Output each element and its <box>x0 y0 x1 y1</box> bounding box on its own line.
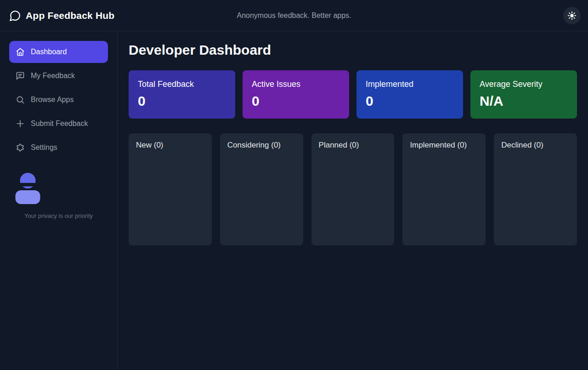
kanban-board: New (0) Considering (0) Planned (0) Impl… <box>129 133 577 245</box>
kanban-column-considering: Considering (0) <box>220 133 303 245</box>
plus-icon <box>16 119 25 128</box>
sidebar-item-submit-feedback[interactable]: Submit Feedback <box>9 113 108 135</box>
kanban-column-declined: Declined (0) <box>494 133 577 245</box>
app-header: App Feedback Hub Anonymous feedback. Bet… <box>0 0 588 31</box>
sidebar-item-label: Settings <box>31 143 57 152</box>
sidebar-item-label: My Feedback <box>31 72 75 80</box>
sidebar-nav: Dashboard My Feedback <box>0 41 117 159</box>
gear-icon <box>16 143 25 152</box>
kanban-column-title: Considering (0) <box>227 141 296 150</box>
anonymous-user-icon <box>15 171 40 204</box>
kanban-column-title: Implemented (0) <box>410 141 478 150</box>
theme-toggle-button[interactable] <box>563 7 581 24</box>
stat-card-active-issues: Active Issues 0 <box>243 70 349 119</box>
stat-value: 0 <box>366 93 454 109</box>
sidebar-item-settings[interactable]: Settings <box>9 137 108 159</box>
search-icon <box>16 95 25 104</box>
stat-card-total-feedback: Total Feedback 0 <box>129 70 235 119</box>
main-content: Developer Dashboard Total Feedback 0 Act… <box>118 31 588 370</box>
kanban-column-title: Declined (0) <box>501 141 570 150</box>
message-circle-icon <box>9 10 21 22</box>
sun-icon <box>567 11 577 20</box>
stat-card-average-severity: Average Severity N/A <box>470 70 577 119</box>
app-title: App Feedback Hub <box>26 10 114 21</box>
privacy-section: Your privacy is our priority <box>0 171 117 219</box>
header-tagline: Anonymous feedback. Better apps. <box>237 11 351 20</box>
stat-label: Average Severity <box>480 80 568 89</box>
kanban-column-planned: Planned (0) <box>311 133 395 245</box>
page-title: Developer Dashboard <box>129 42 577 58</box>
sidebar-item-label: Browse Apps <box>31 96 74 104</box>
stat-label: Implemented <box>366 80 454 89</box>
kanban-column-new: New (0) <box>129 133 212 245</box>
stat-value: 0 <box>138 93 226 109</box>
stat-value: N/A <box>480 93 568 109</box>
message-square-icon <box>16 71 25 80</box>
kanban-column-title: Planned (0) <box>319 141 387 150</box>
stat-value: 0 <box>252 93 340 109</box>
sidebar-item-label: Submit Feedback <box>31 120 88 128</box>
stats-row: Total Feedback 0 Active Issues 0 Impleme… <box>129 70 577 119</box>
stat-label: Total Feedback <box>138 80 226 89</box>
sidebar-item-my-feedback[interactable]: My Feedback <box>9 65 108 87</box>
sidebar-item-browse-apps[interactable]: Browse Apps <box>9 89 108 111</box>
stat-label: Active Issues <box>252 80 340 89</box>
sidebar: Dashboard My Feedback <box>0 31 118 370</box>
kanban-column-implemented: Implemented (0) <box>402 133 486 245</box>
sidebar-item-label: Dashboard <box>31 48 67 56</box>
privacy-note: Your privacy is our priority <box>0 212 117 219</box>
app-brand: App Feedback Hub <box>9 10 114 22</box>
kanban-column-title: New (0) <box>136 141 204 150</box>
sidebar-item-dashboard[interactable]: Dashboard <box>9 41 108 63</box>
home-icon <box>16 47 25 57</box>
stat-card-implemented: Implemented 0 <box>356 70 463 119</box>
